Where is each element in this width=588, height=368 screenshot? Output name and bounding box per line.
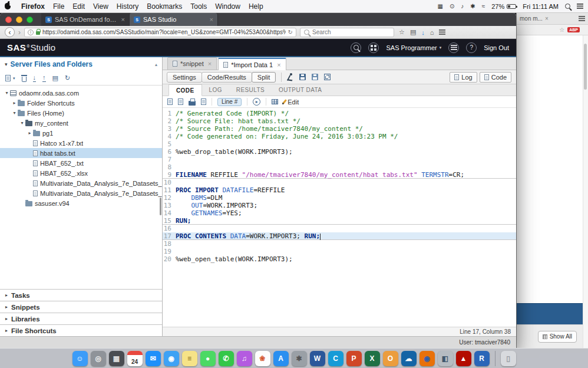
collapse-pane-icon[interactable]: ▴: [155, 62, 157, 67]
goto-line-icon[interactable]: ▸: [253, 98, 260, 106]
tree-item-hbat-tabs-txt[interactable]: hbat tabs.txt: [0, 148, 162, 158]
scrollbar-thumb[interactable]: [584, 44, 587, 90]
search-bar[interactable]: [300, 28, 394, 37]
settings-button[interactable]: Settings: [167, 72, 202, 83]
url-input[interactable]: [42, 29, 286, 35]
search-button[interactable]: [351, 42, 361, 53]
apps-button[interactable]: [368, 42, 379, 53]
back-button[interactable]: ‹: [5, 27, 15, 37]
menubar-item-edit[interactable]: Edit: [72, 2, 85, 11]
expand-arrow-icon[interactable]: ▸: [27, 130, 33, 136]
url-bar[interactable]: i ↻: [24, 28, 296, 37]
expand-arrow-icon[interactable]: ▾: [11, 110, 18, 116]
code-line[interactable]: 14 GETNAMES=YES;: [163, 209, 516, 217]
clipboard-icon[interactable]: [201, 98, 206, 105]
expand-arrow-icon[interactable]: ▾: [4, 90, 10, 96]
show-all-button[interactable]: Show All: [538, 331, 577, 343]
bookmark-star-icon[interactable]: ☆: [559, 27, 564, 33]
system-preferences-dock-icon[interactable]: ✱: [292, 351, 307, 366]
document-tab-snippet[interactable]: *snippet×: [167, 57, 217, 70]
code-line[interactable]: 12 DBMS=DLM: [163, 194, 516, 202]
menu-icon[interactable]: [439, 29, 445, 35]
tree-item-files-home[interactable]: ▾Files (Home): [0, 108, 162, 118]
acrobat-dock-icon[interactable]: ▲: [456, 351, 471, 366]
preview-dock-icon[interactable]: ◧: [438, 351, 453, 366]
background-scrollbar[interactable]: [583, 35, 588, 348]
code-line[interactable]: 7: [163, 156, 516, 163]
print-icon[interactable]: [189, 101, 196, 106]
split-button[interactable]: Split: [252, 72, 276, 83]
tree-item-odaomr-oda-sas-com[interactable]: ▾odaomr.oda.sas.com: [0, 88, 162, 98]
apple-menu-icon[interactable]: [5, 3, 11, 9]
more-menu-button[interactable]: [448, 42, 459, 53]
keyboard-icon[interactable]: ▦: [438, 3, 443, 9]
role-menu[interactable]: SAS Programmer ▾: [386, 44, 441, 51]
battery-indicator[interactable]: 27%: [491, 3, 516, 10]
save-all-icon[interactable]: [312, 74, 318, 80]
result-tab-log[interactable]: LOG: [202, 84, 229, 96]
home-icon[interactable]: ⌂: [430, 29, 434, 36]
firefox-dock-icon[interactable]: ◉: [419, 351, 435, 366]
menubar-clock[interactable]: Fri 11:11 AM: [523, 3, 559, 10]
bookmarks-icon[interactable]: ▤: [410, 28, 416, 36]
menubar-item-bookmarks[interactable]: Bookmarks: [147, 2, 182, 11]
result-tab-code[interactable]: CODE: [169, 84, 202, 96]
help-button[interactable]: ?: [466, 42, 477, 53]
refresh-button[interactable]: ↻: [65, 75, 70, 81]
code-line[interactable]: 10: [163, 179, 516, 186]
trash-dock-icon[interactable]: ▯: [501, 351, 516, 366]
code-line[interactable]: 17PROC CONTENTS DATA=WORK.IMPORT3; RUN;: [163, 232, 516, 240]
tree-item-folder-shortcuts[interactable]: ▸Folder Shortcuts: [0, 98, 162, 108]
code-line[interactable]: 20%web_open_table(WORK.IMPORT3);: [163, 255, 516, 263]
tab-close-icon[interactable]: ×: [277, 61, 280, 68]
chrome-dock-icon[interactable]: C: [328, 351, 343, 366]
outlook-dock-icon[interactable]: O: [383, 351, 398, 366]
table-view-button[interactable]: ▤: [52, 75, 58, 81]
expand-arrow-icon[interactable]: ▸: [11, 100, 18, 106]
tab-close-icon[interactable]: ×: [121, 16, 125, 23]
tree-item-sasuser-v94[interactable]: sasuser.v94: [0, 198, 162, 208]
menubar-item-file[interactable]: File: [53, 2, 64, 11]
star-icon[interactable]: ☆: [399, 28, 405, 36]
mail-dock-icon[interactable]: ✉: [146, 351, 161, 366]
new-file-button[interactable]: [5, 75, 11, 81]
panel-file-shortcuts[interactable]: ▸File Shortcuts: [0, 324, 162, 336]
app-store-dock-icon[interactable]: A: [273, 351, 289, 366]
sidebar-header[interactable]: ▾ Server Files and Folders ▴: [0, 57, 162, 71]
code-button[interactable]: Code: [480, 72, 511, 83]
sign-out-button[interactable]: Sign Out: [484, 44, 509, 51]
code-line[interactable]: 6%web_drop_table(WORK.IMPORT3);: [163, 148, 516, 156]
code-line[interactable]: 1/* Generated Code (IMPORT) */: [163, 110, 516, 117]
page-info-icon[interactable]: i: [28, 29, 34, 35]
result-tab-results[interactable]: RESULTS: [229, 84, 272, 96]
wifi-icon[interactable]: ≈: [482, 3, 485, 9]
save-icon[interactable]: [299, 74, 306, 80]
calendar-dock-icon[interactable]: 24: [127, 351, 143, 366]
menubar-item-help[interactable]: Help: [249, 2, 263, 11]
facetime-dock-icon[interactable]: ✆: [219, 351, 234, 366]
tree-item-hbat-652-txt[interactable]: HBAT_652_.txt: [0, 158, 162, 168]
word-dock-icon[interactable]: W: [310, 351, 325, 366]
line-number-toggle[interactable]: Line #: [217, 98, 242, 106]
menubar-item-firefox[interactable]: Firefox: [21, 2, 45, 11]
download-button[interactable]: ↓: [33, 74, 37, 82]
menubar-item-window[interactable]: Window: [215, 2, 240, 11]
background-tab-close-icon[interactable]: ×: [545, 15, 549, 22]
tree-item-pg1[interactable]: ▸pg1: [0, 128, 162, 138]
photos-dock-icon[interactable]: ❀: [255, 351, 270, 366]
code-line[interactable]: 3/* Source Path: /home/tmaciver7840/my_c…: [163, 125, 516, 133]
tree-item-hbat-652-xlsx[interactable]: HBAT_652_.xlsx: [0, 168, 162, 178]
code-line[interactable]: 2/* Source File: hbat tabs.txt */: [163, 117, 516, 125]
code-line[interactable]: 9FILENAME REFFILE "/home/tmaciver7840/my…: [163, 171, 516, 179]
dropdown-caret-icon[interactable]: ▾: [13, 76, 15, 81]
dashboard-dock-icon[interactable]: ▦: [109, 351, 124, 366]
delete-button[interactable]: [22, 77, 27, 82]
copy-icon[interactable]: [178, 98, 183, 105]
reload-icon[interactable]: ↻: [288, 29, 293, 35]
panel-tasks[interactable]: ▸Tasks: [0, 289, 162, 301]
tree-item-hatco-x1-x7-txt[interactable]: Hatco x1-x7.txt: [0, 138, 162, 148]
result-tab-output-data[interactable]: OUTPUT DATA: [272, 84, 329, 96]
table-icon[interactable]: [272, 99, 278, 104]
spotlight-icon[interactable]: [565, 4, 570, 9]
launchpad-dock-icon[interactable]: ◎: [91, 351, 106, 366]
